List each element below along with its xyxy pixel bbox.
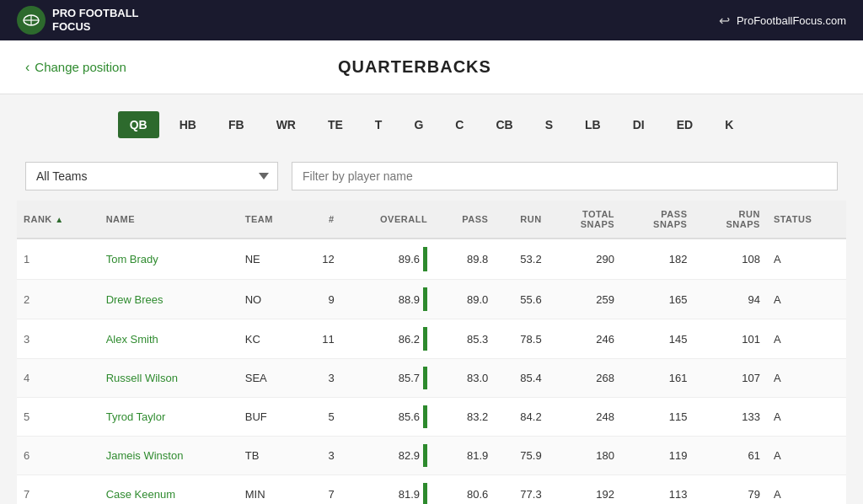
- cell-run-snaps: 101: [694, 319, 766, 359]
- table-row: 7 Case Keenum MIN 7 81.9 80.6 77.3 192 1…: [17, 475, 846, 505]
- position-tab-s[interactable]: S: [533, 111, 565, 138]
- col-run: RUN: [495, 201, 548, 239]
- cell-rank: 4: [17, 359, 99, 398]
- cell-status: A: [767, 319, 846, 359]
- cell-name[interactable]: Drew Brees: [99, 280, 239, 319]
- cell-run-snaps: 133: [694, 398, 766, 437]
- cell-run-snaps: 108: [694, 239, 766, 280]
- cell-name[interactable]: Case Keenum: [99, 475, 239, 505]
- cell-run: 75.9: [495, 437, 548, 475]
- cell-overall: 86.2: [341, 319, 434, 359]
- header: PRO FOOTBALL FOCUS ↩ ProFootballFocus.co…: [0, 0, 863, 40]
- team-select[interactable]: All Teams: [25, 162, 278, 190]
- col-status: STATUS: [767, 201, 846, 239]
- table-row: 1 Tom Brady NE 12 89.6 89.8 53.2 290 182…: [17, 239, 846, 280]
- col-number: #: [302, 201, 341, 239]
- col-run-snaps: RUNSNAPS: [694, 201, 766, 239]
- overall-bar: [423, 405, 427, 428]
- cell-run-snaps: 94: [694, 280, 766, 319]
- header-right: ↩ ProFootballFocus.com: [719, 13, 846, 29]
- cell-overall: 85.7: [341, 359, 434, 398]
- position-tab-ed[interactable]: ED: [665, 111, 705, 138]
- position-tab-cb[interactable]: CB: [484, 111, 524, 138]
- position-tab-te[interactable]: TE: [316, 111, 355, 138]
- cell-pass: 83.0: [434, 359, 495, 398]
- position-tab-lb[interactable]: LB: [573, 111, 613, 138]
- col-total-snaps: TOTALSNAPS: [549, 201, 621, 239]
- cell-pass-snaps: 119: [621, 437, 694, 475]
- col-pass: PASS: [434, 201, 495, 239]
- col-pass-snaps: PASSSNAPS: [621, 201, 694, 239]
- site-link[interactable]: ProFootballFocus.com: [737, 14, 846, 27]
- cell-pass-snaps: 145: [621, 319, 694, 359]
- cell-name[interactable]: Tom Brady: [99, 239, 239, 280]
- position-tab-t[interactable]: T: [363, 111, 394, 138]
- cell-status: A: [767, 359, 846, 398]
- cell-pass: 85.3: [434, 319, 495, 359]
- cell-rank: 7: [17, 475, 99, 505]
- cell-total-snaps: 192: [549, 475, 621, 505]
- cell-pass: 81.9: [434, 437, 495, 475]
- cell-total-snaps: 259: [549, 280, 621, 319]
- cell-overall: 81.9: [341, 475, 434, 505]
- back-arrow-icon: ↩: [719, 13, 730, 29]
- filters-row: All Teams: [0, 152, 863, 201]
- cell-name[interactable]: Alex Smith: [99, 319, 239, 359]
- logo: PRO FOOTBALL FOCUS: [17, 6, 139, 35]
- cell-rank: 6: [17, 437, 99, 475]
- cell-rank: 3: [17, 319, 99, 359]
- cell-team: TB: [239, 437, 302, 475]
- table-row: 6 Jameis Winston TB 3 82.9 81.9 75.9 180…: [17, 437, 846, 475]
- cell-status: A: [767, 398, 846, 437]
- players-table: RANK ▲ NAME TEAM # OVERALL PASS RUN TOTA…: [17, 201, 846, 504]
- cell-number: 9: [302, 280, 341, 319]
- cell-name[interactable]: Tyrod Taylor: [99, 398, 239, 437]
- table-row: 5 Tyrod Taylor BUF 5 85.6 83.2 84.2 248 …: [17, 398, 846, 437]
- position-tab-k[interactable]: K: [713, 111, 745, 138]
- cell-number: 3: [302, 359, 341, 398]
- page-title: QUARTERBACKS: [126, 57, 838, 77]
- chevron-left-icon: ‹: [25, 60, 29, 75]
- cell-total-snaps: 246: [549, 319, 621, 359]
- cell-number: 5: [302, 398, 341, 437]
- cell-team: NO: [239, 280, 302, 319]
- cell-overall: 89.6: [341, 239, 434, 280]
- cell-name[interactable]: Jameis Winston: [99, 437, 239, 475]
- position-tab-fb[interactable]: FB: [217, 111, 256, 138]
- cell-pass-snaps: 165: [621, 280, 694, 319]
- cell-overall: 88.9: [341, 280, 434, 319]
- position-tab-c[interactable]: C: [443, 111, 475, 138]
- cell-run: 55.6: [495, 280, 548, 319]
- col-rank: RANK ▲: [17, 201, 99, 239]
- player-name-filter[interactable]: [292, 162, 838, 190]
- cell-number: 11: [302, 319, 341, 359]
- position-tab-hb[interactable]: HB: [168, 111, 208, 138]
- cell-rank: 2: [17, 280, 99, 319]
- overall-bar: [423, 247, 427, 271]
- table-row: 2 Drew Brees NO 9 88.9 89.0 55.6 259 165…: [17, 280, 846, 319]
- overall-bar: [423, 444, 427, 467]
- page-content: ‹ Change position QUARTERBACKS QBHBFBWRT…: [0, 40, 863, 504]
- position-tab-di[interactable]: DI: [621, 111, 657, 138]
- change-position-link[interactable]: ‹ Change position: [25, 60, 126, 75]
- cell-pass: 89.8: [434, 239, 495, 280]
- cell-name[interactable]: Russell Wilson: [99, 359, 239, 398]
- table-header-row: RANK ▲ NAME TEAM # OVERALL PASS RUN TOTA…: [17, 201, 846, 239]
- position-tab-qb[interactable]: QB: [118, 111, 159, 138]
- position-tabs: QBHBFBWRTETGCCBSLBDIEDK: [0, 94, 863, 152]
- cell-total-snaps: 180: [549, 437, 621, 475]
- position-tab-wr[interactable]: WR: [265, 111, 308, 138]
- cell-status: A: [767, 437, 846, 475]
- cell-pass: 89.0: [434, 280, 495, 319]
- sort-arrow-icon: ▲: [55, 215, 63, 224]
- col-overall: OVERALL: [341, 201, 434, 239]
- cell-status: A: [767, 239, 846, 280]
- cell-status: A: [767, 280, 846, 319]
- logo-text: PRO FOOTBALL FOCUS: [52, 7, 139, 33]
- cell-run: 53.2: [495, 239, 548, 280]
- cell-overall: 85.6: [341, 398, 434, 437]
- overall-bar: [423, 287, 427, 311]
- overall-bar: [423, 483, 427, 504]
- cell-run: 85.4: [495, 359, 548, 398]
- position-tab-g[interactable]: G: [402, 111, 435, 138]
